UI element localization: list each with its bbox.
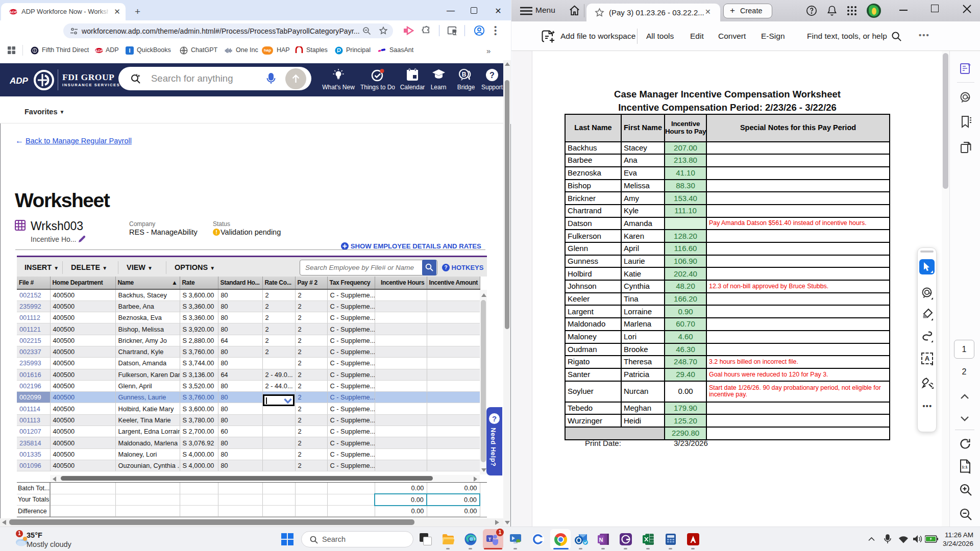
svg-text:?: ? bbox=[489, 71, 495, 80]
svg-text:ADP: ADP bbox=[9, 10, 17, 14]
svg-text:ADP: ADP bbox=[95, 48, 103, 53]
svg-text:B: B bbox=[462, 71, 467, 78]
svg-text:ADP: ADP bbox=[10, 76, 29, 86]
svg-text:N: N bbox=[599, 537, 603, 543]
svg-text:1:1: 1:1 bbox=[962, 465, 968, 469]
svg-text:T: T bbox=[488, 537, 492, 542]
svg-text:?: ? bbox=[444, 265, 447, 270]
